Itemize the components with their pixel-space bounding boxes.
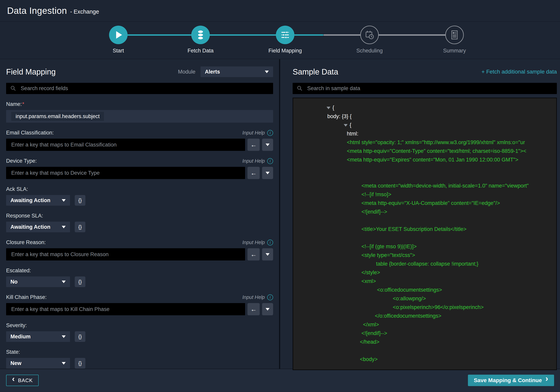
info-icon[interactable]: i bbox=[267, 158, 273, 164]
state-select[interactable]: New bbox=[6, 358, 70, 369]
caret-down-icon bbox=[62, 199, 66, 202]
code-line: <xml> bbox=[293, 277, 376, 285]
response-sla-select[interactable]: Awaiting Action bbox=[6, 222, 70, 232]
data-ingestion-wizard: Data Ingestion - Exchange Start Fetch Da… bbox=[0, 0, 560, 392]
step-label: Summary bbox=[425, 48, 484, 54]
input-help-label: Input Help bbox=[242, 158, 265, 164]
code-line: table {border-collapse: collapse !import… bbox=[293, 260, 478, 268]
tree-expander-icon[interactable] bbox=[344, 124, 348, 127]
caret-down-icon bbox=[62, 281, 66, 283]
json-tree-node: { bbox=[293, 121, 351, 129]
map-field-arrow-button[interactable] bbox=[248, 248, 260, 261]
calendar-clock-icon bbox=[365, 30, 374, 40]
code-line: <meta http-equiv="Expires" content="Mon,… bbox=[293, 155, 518, 164]
page-header: Data Ingestion - Exchange bbox=[0, 0, 560, 22]
code-line: <meta http-equiv="Content-Type" content=… bbox=[293, 147, 526, 155]
name-field[interactable]: input.params.email.headers.subject bbox=[6, 110, 273, 123]
info-icon[interactable]: i bbox=[267, 130, 273, 136]
sample-data-title: Sample Data bbox=[293, 67, 338, 76]
record-fields-search-input[interactable] bbox=[6, 83, 273, 94]
map-field-dropdown-button[interactable] bbox=[262, 248, 273, 261]
code-line: <o:officedocumentsettings> bbox=[293, 285, 442, 294]
name-label: Name: bbox=[6, 101, 22, 107]
code-line: <body> bbox=[293, 355, 378, 364]
name-value-chip[interactable]: input.params.email.headers.subject bbox=[11, 112, 104, 121]
caret-down-icon bbox=[266, 308, 270, 311]
wizard-stepper: Start Fetch Data bbox=[0, 22, 560, 59]
sample-data-code[interactable]: {body: {3} {{html:<html style="opacity: … bbox=[293, 98, 557, 370]
json-toggle-button[interactable]: {} bbox=[75, 276, 85, 287]
fetch-additional-sample-data-link[interactable]: + Fetch additional sample data bbox=[481, 69, 557, 75]
severity-select[interactable]: Medium bbox=[6, 331, 70, 342]
caret-down-icon bbox=[266, 143, 270, 146]
database-icon bbox=[196, 30, 205, 40]
closure-reason-input[interactable] bbox=[6, 248, 245, 261]
sample-data-panel: Sample Data + Fetch additional sample da… bbox=[280, 59, 560, 369]
module-label: Module bbox=[178, 69, 195, 75]
sample-data-search-input[interactable] bbox=[293, 83, 557, 94]
step-field-mapping[interactable]: Field Mapping bbox=[256, 22, 315, 54]
code-line: <!--[if !mso]> bbox=[293, 190, 391, 199]
map-field-dropdown-button[interactable] bbox=[262, 167, 273, 179]
escalated-label: Escalated: bbox=[6, 268, 31, 273]
json-toggle-button[interactable]: {} bbox=[75, 358, 85, 369]
severity-label: Severity: bbox=[6, 322, 27, 328]
map-field-arrow-button[interactable] bbox=[248, 139, 260, 151]
info-icon[interactable]: i bbox=[267, 240, 273, 245]
email-classification-input[interactable] bbox=[6, 139, 245, 151]
input-help: Input Help i bbox=[242, 240, 273, 245]
map-field-dropdown-button[interactable] bbox=[262, 139, 273, 151]
chevron-right-icon bbox=[545, 377, 548, 383]
ack-sla-label: Ack SLA: bbox=[6, 186, 28, 192]
step-scheduling[interactable]: Scheduling bbox=[340, 22, 399, 54]
info-icon[interactable]: i bbox=[267, 294, 273, 300]
step-start[interactable]: Start bbox=[89, 22, 148, 54]
wizard-footer: BACK Save Mapping & Continue bbox=[0, 369, 560, 392]
search-icon bbox=[297, 86, 302, 91]
json-tree-node: body: {3} { bbox=[293, 112, 351, 121]
kill-chain-phase-label: Kill Chain Phase: bbox=[6, 294, 47, 300]
code-line: <html style="opacity: 1;" xmlns="http://… bbox=[293, 138, 525, 147]
code-line: <title>Your ESET Subscription Details</t… bbox=[293, 225, 467, 233]
step-label: Start bbox=[89, 48, 148, 54]
device-type-label: Device Type: bbox=[6, 158, 37, 164]
input-help: Input Help i bbox=[242, 130, 273, 136]
input-help: Input Help i bbox=[242, 158, 273, 164]
step-label: Scheduling bbox=[340, 48, 399, 54]
json-toggle-button[interactable]: {} bbox=[75, 222, 85, 232]
step-label: Field Mapping bbox=[256, 48, 315, 54]
json-toggle-button[interactable]: {} bbox=[75, 195, 85, 206]
map-field-arrow-button[interactable] bbox=[248, 167, 260, 179]
step-summary[interactable]: Summary bbox=[425, 22, 484, 54]
ack-sla-select[interactable]: Awaiting Action bbox=[6, 195, 70, 206]
field-mapping-title: Field Mapping bbox=[6, 67, 56, 76]
json-toggle-button[interactable]: {} bbox=[75, 331, 85, 342]
device-type-input[interactable] bbox=[6, 167, 245, 179]
code-line: <meta http-equiv="X-UA-Compatible" conte… bbox=[293, 199, 500, 207]
step-fetch-data[interactable]: Fetch Data bbox=[171, 22, 230, 54]
tree-expander-icon[interactable] bbox=[327, 107, 330, 109]
input-help-label: Input Help bbox=[242, 240, 265, 245]
page-subtitle: - Exchange bbox=[70, 7, 99, 15]
email-classification-label: Email Classification: bbox=[6, 130, 54, 136]
kill-chain-phase-input[interactable] bbox=[6, 303, 245, 315]
save-mapping-continue-button[interactable]: Save Mapping & Continue bbox=[468, 375, 554, 386]
code-line: <o:allowpng/> bbox=[293, 294, 426, 303]
map-field-arrow-button[interactable] bbox=[248, 303, 260, 315]
back-button[interactable]: BACK bbox=[6, 375, 39, 386]
response-sla-label: Response SLA: bbox=[6, 213, 43, 219]
document-icon bbox=[450, 30, 459, 40]
left-arrow-icon bbox=[250, 169, 257, 177]
caret-down-icon bbox=[62, 226, 66, 228]
code-line: </head> bbox=[293, 338, 379, 346]
escalated-select[interactable]: No bbox=[6, 276, 70, 287]
caret-down-icon bbox=[62, 335, 66, 338]
caret-down-icon bbox=[266, 172, 270, 174]
caret-down-icon bbox=[266, 253, 270, 256]
json-tree-node: html: bbox=[293, 129, 359, 138]
code-line: </o:officedocumentsettings> bbox=[293, 312, 441, 320]
state-label: State: bbox=[6, 349, 20, 355]
module-select[interactable]: Alerts bbox=[200, 66, 273, 77]
input-help-label: Input Help bbox=[242, 130, 265, 136]
map-field-dropdown-button[interactable] bbox=[262, 303, 273, 315]
